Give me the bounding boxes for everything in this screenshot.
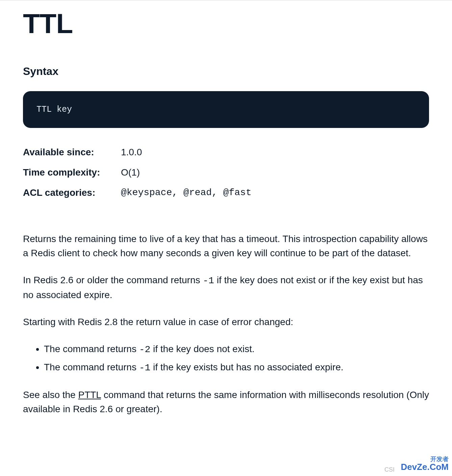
- meta-value: @keyspace, @read, @fast: [121, 187, 251, 198]
- page-title: TTL: [23, 8, 429, 39]
- meta-row-time-complexity: Time complexity: O(1): [23, 167, 429, 178]
- text-run: if the key exists but has no associated …: [150, 362, 343, 372]
- text-run: See also the: [23, 390, 78, 400]
- meta-row-available-since: Available since: 1.0.0: [23, 147, 429, 158]
- meta-label: Time complexity:: [23, 167, 121, 178]
- meta-label: ACL categories:: [23, 187, 121, 198]
- meta-row-acl-categories: ACL categories: @keyspace, @read, @fast: [23, 187, 429, 198]
- paragraph: See also the PTTL command that returns t…: [23, 388, 429, 416]
- body-text: Returns the remaining time to live of a …: [23, 232, 429, 416]
- paragraph: Starting with Redis 2.8 the return value…: [23, 315, 429, 329]
- list-item: The command returns -1 if the key exists…: [44, 360, 429, 375]
- syntax-heading: Syntax: [23, 65, 429, 78]
- list-item: The command returns -2 if the key does n…: [44, 342, 429, 357]
- pttl-link[interactable]: PTTL: [78, 390, 101, 400]
- meta-value: 1.0.0: [121, 147, 142, 158]
- paragraph: Returns the remaining time to live of a …: [23, 232, 429, 260]
- bullet-list: The command returns -2 if the key does n…: [44, 342, 429, 375]
- text-run: In Redis 2.6 or older the command return…: [23, 275, 203, 285]
- meta-table: Available since: 1.0.0 Time complexity: …: [23, 147, 429, 198]
- text-run: The command returns: [44, 344, 139, 354]
- text-run: The command returns: [44, 362, 139, 372]
- inline-code: -1: [139, 363, 151, 373]
- paragraph: In Redis 2.6 or older the command return…: [23, 273, 429, 302]
- syntax-code-block: TTL key: [23, 91, 429, 128]
- doc-page: TTL Syntax TTL key Available since: 1.0.…: [0, 0, 452, 443]
- text-run: if the key does not exist.: [150, 344, 254, 354]
- inline-code: -2: [139, 344, 151, 355]
- meta-value: O(1): [121, 167, 140, 178]
- inline-code: -1: [203, 275, 214, 286]
- meta-label: Available since:: [23, 147, 121, 158]
